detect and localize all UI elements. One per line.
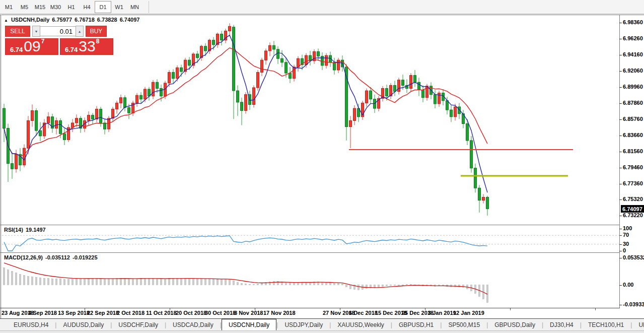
timeframe-button-m15[interactable]: M15 <box>32 2 48 13</box>
date-label: 2 Oct 2018 <box>117 310 145 316</box>
price-axis-tick <box>619 119 622 120</box>
buy-price-small: 6.74 <box>65 46 78 53</box>
macd-axis-label: 0.053532 <box>623 254 644 260</box>
one-click-trade-panel: SELL ▼ 0.01 ▲ BUY 6.74 09 7 6.74 33 8 <box>5 26 115 55</box>
rsi-axis-tick <box>619 235 622 236</box>
price-axis-label: 6.77360 <box>623 180 643 186</box>
macd-name: MACD(12,26,9) <box>4 254 43 260</box>
price-axis-label: 6.75320 <box>623 196 643 202</box>
price-axis-tick <box>619 152 622 152</box>
date-label: 3 Jan 2019 <box>428 310 456 316</box>
sell-price-box[interactable]: 6.74 09 7 <box>5 38 58 55</box>
axis-segment-tick <box>510 308 511 310</box>
chart-tab-usdcnh-daily[interactable]: USDCNH,Daily <box>222 319 276 330</box>
price-axis-tick <box>619 39 622 39</box>
volume-decrease-button[interactable]: ▼ <box>32 26 40 37</box>
chart-tab-usdjpy-daily[interactable]: USDJPY,Daily <box>278 319 329 330</box>
rsi-name: RSI(14) <box>4 227 23 233</box>
date-label: 8 Nov 2018 <box>234 310 263 316</box>
price-axis-tick <box>619 168 622 168</box>
price-axis-label: 6.79460 <box>623 164 643 170</box>
macd-axis-tick <box>619 258 622 258</box>
date-label: 11 Oct 2018 <box>146 310 177 316</box>
macd-axis-tick <box>619 285 622 286</box>
chart-tab-usdcad-daily[interactable]: USDCAD,Daily <box>166 319 220 330</box>
timeframe-button-h1[interactable]: H1 <box>63 2 79 13</box>
chart-tab-tech100-h1[interactable]: TECH100,H1 <box>582 319 630 330</box>
buy-price-big: 33 <box>79 40 95 53</box>
chart-tab-xauusd-weekly[interactable]: XAUUSD,Weekly <box>331 319 390 330</box>
buy-button[interactable]: BUY <box>86 26 107 37</box>
price-axis-tick <box>619 184 622 184</box>
date-label: 22 Sep 2018 <box>87 310 119 316</box>
price-axis-tick <box>619 87 622 88</box>
toolbar-separator <box>149 1 149 13</box>
timeframe-button-w1[interactable]: W1 <box>111 2 127 13</box>
timeframe-button-m1[interactable]: M1 <box>1 2 17 13</box>
volume-increase-button[interactable]: ▲ <box>76 26 84 37</box>
window-left-border-inner <box>1 15 2 333</box>
timeframe-button-m5[interactable]: M5 <box>17 2 32 13</box>
chart-tab-usdchf-daily[interactable]: USDCHF,Daily <box>112 319 165 330</box>
chart-tab-eurusd-h4[interactable]: EURUSD,H4 <box>7 319 55 330</box>
quote-high: 6.76718 <box>75 17 95 23</box>
sell-price-pip: 7 <box>41 38 45 45</box>
timeframe-button-mn[interactable]: MN <box>127 2 142 13</box>
timeframe-button-m30[interactable]: M30 <box>48 2 63 13</box>
chart-title-bar: ▲USDCNH,Daily6.759776.767186.738286.7409… <box>4 17 142 23</box>
chart-tab-gbpusd-h1[interactable]: GBPUSD,H1 <box>392 319 440 330</box>
chart-tab-sp500-m15[interactable]: SP500,M15 <box>442 319 486 330</box>
axis-segment-tick <box>425 308 425 310</box>
price-axis-tick <box>619 23 622 23</box>
macd-axis-tick <box>619 305 622 305</box>
rsi-axis-tick <box>619 244 622 245</box>
rsi-indicator-chart[interactable] <box>0 226 619 252</box>
sell-button[interactable]: SELL <box>5 26 30 37</box>
rsi-axis-label: 0 <box>623 247 626 253</box>
price-axis-label: 6.98360 <box>623 19 643 25</box>
date-label: 13 Sep 2018 <box>58 310 90 316</box>
rsi-label: RSI(14)19.1497 <box>4 227 48 233</box>
chart-tab-gbpusd-daily[interactable]: GBPUSD,Daily <box>488 319 542 330</box>
rsi-axis-label: 70 <box>623 232 629 238</box>
quote-close: 6.74097 <box>120 17 140 23</box>
chart-tab-ukoil-h1[interactable]: UKOil,H1 <box>632 319 644 330</box>
sell-price-small: 6.74 <box>10 46 23 53</box>
volume-input[interactable]: 0.01 <box>40 26 76 36</box>
collapse-icon[interactable]: ▲ <box>4 18 8 23</box>
quote-low: 6.73828 <box>97 17 117 23</box>
chart-top-border <box>0 15 644 15</box>
price-axis-label: 6.81560 <box>623 148 643 154</box>
rsi-value: 19.1497 <box>26 227 46 233</box>
timeframe-button-d1[interactable]: D1 <box>95 1 111 13</box>
date-label: 12 Jan 2019 <box>453 310 484 316</box>
macd-signal-value: -0.019225 <box>73 254 98 260</box>
macd-panel-splitter[interactable] <box>0 252 620 253</box>
rsi-axis-tick <box>619 251 622 251</box>
macd-label: MACD(12,26,9)-0.035112-0.019225 <box>4 254 100 260</box>
price-axis-label: 6.96260 <box>623 35 643 41</box>
timeframe-button-h4[interactable]: H4 <box>79 2 95 13</box>
price-axis-tick <box>619 216 622 216</box>
axis-segment-tick <box>340 308 340 310</box>
date-label: 20 Oct 2018 <box>176 310 206 316</box>
buy-price-box[interactable]: 6.74 33 8 <box>60 38 113 55</box>
macd-indicator-chart[interactable] <box>0 253 619 307</box>
macd-axis-label: 0.00 <box>623 282 633 288</box>
current-price-tag: 6.74097 <box>621 205 644 213</box>
rsi-axis-label: 30 <box>623 241 629 247</box>
price-axis-label: 6.89960 <box>623 84 643 90</box>
price-axis-tick <box>619 103 622 104</box>
price-axis-label: 6.92060 <box>623 68 643 74</box>
date-label: 4 Sep 2018 <box>28 310 57 316</box>
mt4-window: M1M5M15M30H1H4D1W1MN ▲USDCNH,Daily6.7597… <box>0 0 644 333</box>
axis-segment-tick <box>85 308 85 310</box>
price-axis-label: 6.87860 <box>623 100 643 106</box>
chart-tab-dj30-h4[interactable]: DJ30,H4 <box>543 319 580 330</box>
chart-tab-audusd-daily[interactable]: AUDUSD,Daily <box>56 319 110 330</box>
rsi-panel-splitter[interactable] <box>0 225 620 225</box>
price-axis-label: 6.94160 <box>623 51 643 57</box>
quote-open: 6.75977 <box>52 17 72 23</box>
axis-segment-tick <box>255 308 255 310</box>
date-label: 17 Nov 2018 <box>263 310 296 316</box>
